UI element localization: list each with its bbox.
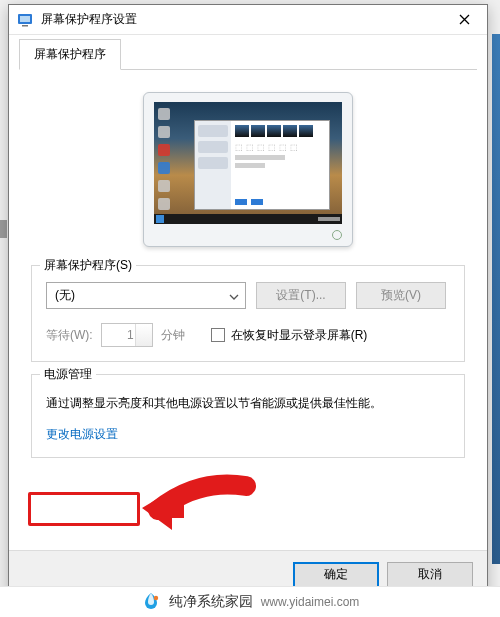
watermark: 纯净系统家园 www.yidaimei.com [0, 587, 500, 617]
screensaver-select-value: (无) [55, 287, 75, 304]
page-title: 屏幕保护程序设置 [41, 11, 442, 28]
screensaver-preview: ⬚⬚⬚⬚⬚⬚ [31, 84, 465, 265]
app-icon [17, 12, 33, 28]
watermark-logo-icon [141, 592, 161, 612]
watermark-url: www.yidaimei.com [261, 595, 360, 609]
svg-rect-2 [22, 25, 28, 27]
chevron-down-icon [229, 289, 239, 303]
wait-label: 等待(W): [46, 327, 93, 344]
monitor-preview: ⬚⬚⬚⬚⬚⬚ [143, 92, 353, 247]
tab-screensaver[interactable]: 屏幕保护程序 [19, 39, 121, 70]
screensaver-select[interactable]: (无) [46, 282, 246, 309]
resume-login-checkbox[interactable]: 在恢复时显示登录屏幕(R) [211, 327, 368, 344]
watermark-brand: 纯净系统家园 [169, 593, 253, 611]
preview-button[interactable]: 预览(V) [356, 282, 446, 309]
checkbox-icon [211, 328, 225, 342]
close-button[interactable] [442, 5, 487, 35]
svg-point-3 [153, 596, 157, 600]
tab-strip: 屏幕保护程序 [9, 35, 487, 70]
group-legend-power: 电源管理 [40, 366, 96, 383]
titlebar: 屏幕保护程序设置 [9, 5, 487, 35]
power-management-group: 电源管理 通过调整显示亮度和其他电源设置以节省能源或提供最佳性能。 更改电源设置 [31, 374, 465, 458]
power-desc: 通过调整显示亮度和其他电源设置以节省能源或提供最佳性能。 [46, 395, 450, 412]
wait-minutes-spinner[interactable]: 1 [101, 323, 153, 347]
screensaver-settings-dialog: 屏幕保护程序设置 屏幕保护程序 [8, 4, 488, 599]
settings-button[interactable]: 设置(T)... [256, 282, 346, 309]
group-legend-screensaver: 屏幕保护程序(S) [40, 257, 136, 274]
change-power-settings-link[interactable]: 更改电源设置 [46, 426, 450, 443]
svg-rect-1 [20, 16, 30, 22]
cancel-button[interactable]: 取消 [387, 562, 473, 588]
screensaver-group: 屏幕保护程序(S) (无) 设置(T)... 预览(V) 等待(W): 1 分钟 [31, 265, 465, 362]
ok-button[interactable]: 确定 [293, 562, 379, 588]
minutes-label: 分钟 [161, 327, 185, 344]
